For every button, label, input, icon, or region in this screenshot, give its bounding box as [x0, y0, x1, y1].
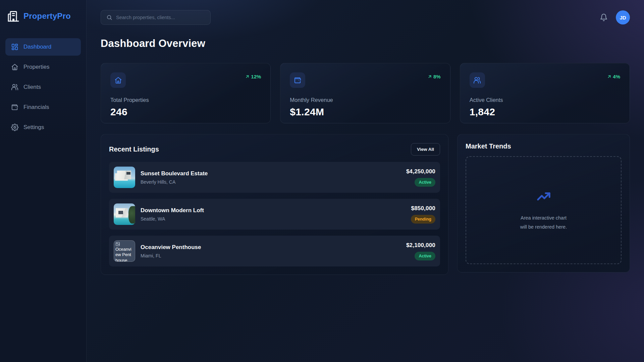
- topbar-actions: JD: [600, 10, 630, 24]
- stat-value: 1,842: [470, 106, 620, 118]
- listing-location: Miami, FL: [141, 253, 401, 258]
- sidebar-item-label: Clients: [23, 84, 41, 90]
- stat-cards: 12% Total Properties 246 8%: [101, 63, 630, 123]
- stat-label: Active Clients: [470, 97, 620, 103]
- trend-indicator: 4%: [607, 74, 620, 79]
- brand-name: PropertyPro: [23, 11, 71, 21]
- stat-card-active-clients: 4% Active Clients 1,842: [460, 63, 630, 123]
- building-icon: [7, 10, 19, 22]
- listing-row[interactable]: Downtown Modern Loft Seattle, WA $850,00…: [109, 199, 440, 230]
- user-avatar[interactable]: JD: [616, 10, 630, 24]
- listing-price: $850,000: [411, 205, 435, 212]
- view-all-button[interactable]: View All: [411, 143, 440, 156]
- sidebar-item-label: Financials: [23, 104, 49, 111]
- trend-indicator: 8%: [427, 74, 441, 79]
- sidebar-item-properties[interactable]: Properties: [5, 58, 81, 76]
- stat-label: Total Properties: [110, 97, 261, 103]
- stat-card-monthly-revenue: 8% Monthly Revenue $1.24M: [280, 63, 450, 123]
- sidebar-item-financials[interactable]: Financials: [5, 99, 81, 116]
- sidebar-item-clients[interactable]: Clients: [5, 78, 81, 96]
- listing-row[interactable]: Oceanview Penthouse Oceanview Penthouse …: [109, 236, 440, 266]
- sidebar-nav: Dashboard Properties Clients: [5, 38, 81, 136]
- listing-name: Downtown Modern Loft: [141, 207, 406, 214]
- chart-placeholder: Area interactive chart will be rendered …: [466, 156, 622, 264]
- users-icon: [470, 72, 485, 88]
- trend-indicator: 12%: [245, 74, 261, 79]
- broken-image-placeholder: Oceanview Penthouse: [114, 240, 135, 262]
- recent-listings-title: Recent Listings: [109, 145, 159, 153]
- home-icon: [11, 63, 18, 71]
- stat-value: 246: [110, 106, 261, 118]
- broken-image-alt-text: Oceanview Penthouse: [115, 247, 131, 262]
- listing-location: Seattle, WA: [141, 216, 406, 222]
- chart-placeholder-text-line1: Area interactive chart: [520, 214, 567, 223]
- status-badge: Pending: [411, 215, 435, 224]
- home-icon: [110, 72, 126, 88]
- property-photo: [114, 167, 135, 188]
- status-badge: Active: [415, 252, 435, 260]
- search-input[interactable]: [116, 15, 205, 20]
- wallet-icon: [290, 72, 305, 88]
- sidebar-item-label: Settings: [23, 124, 44, 131]
- chart-placeholder-text-line2: will be rendered here.: [520, 223, 567, 232]
- brand-logo: PropertyPro: [5, 9, 81, 22]
- bell-icon[interactable]: [600, 13, 608, 21]
- users-icon: [11, 83, 18, 91]
- content-row: Recent Listings View All Sunset Boulevar…: [101, 134, 630, 275]
- search-icon: [106, 14, 112, 20]
- stat-value: $1.24M: [290, 106, 440, 118]
- stat-card-total-properties: 12% Total Properties 246: [101, 63, 271, 123]
- property-photo: [114, 203, 135, 225]
- sidebar: PropertyPro Dashboard Properties: [0, 0, 87, 362]
- arrow-up-right-icon: [427, 74, 432, 79]
- topbar: JD: [101, 10, 630, 25]
- listing-name: Sunset Boulevard Estate: [141, 170, 401, 177]
- search-box[interactable]: [101, 10, 211, 25]
- broken-image-icon: [115, 242, 120, 246]
- listing-name: Oceanview Penthouse: [141, 244, 401, 251]
- listing-row[interactable]: Sunset Boulevard Estate Beverly Hills, C…: [109, 162, 440, 193]
- market-trends-panel: Market Trends Area interactive chart wil…: [457, 134, 630, 273]
- dashboard-icon: [11, 43, 18, 51]
- sidebar-item-settings[interactable]: Settings: [5, 119, 81, 136]
- page-title: Dashboard Overview: [101, 38, 630, 50]
- market-trends-title: Market Trends: [466, 142, 511, 150]
- stat-label: Monthly Revenue: [290, 97, 440, 103]
- arrow-up-right-icon: [245, 74, 250, 79]
- sidebar-item-label: Properties: [23, 64, 49, 70]
- wallet-icon: [11, 104, 18, 111]
- arrow-up-right-icon: [607, 74, 612, 79]
- sidebar-item-dashboard[interactable]: Dashboard: [5, 38, 81, 56]
- trending-up-icon: [536, 189, 551, 204]
- sidebar-item-label: Dashboard: [23, 44, 51, 50]
- listing-price: $2,100,000: [406, 242, 435, 249]
- listing-rows: Sunset Boulevard Estate Beverly Hills, C…: [109, 162, 440, 266]
- gear-icon: [11, 124, 18, 131]
- listing-location: Beverly Hills, CA: [141, 179, 401, 185]
- main-content: JD Dashboard Overview 12% Total Properti…: [87, 0, 644, 362]
- listing-price: $4,250,000: [406, 168, 435, 175]
- status-badge: Active: [415, 178, 435, 187]
- recent-listings-panel: Recent Listings View All Sunset Boulevar…: [101, 134, 448, 275]
